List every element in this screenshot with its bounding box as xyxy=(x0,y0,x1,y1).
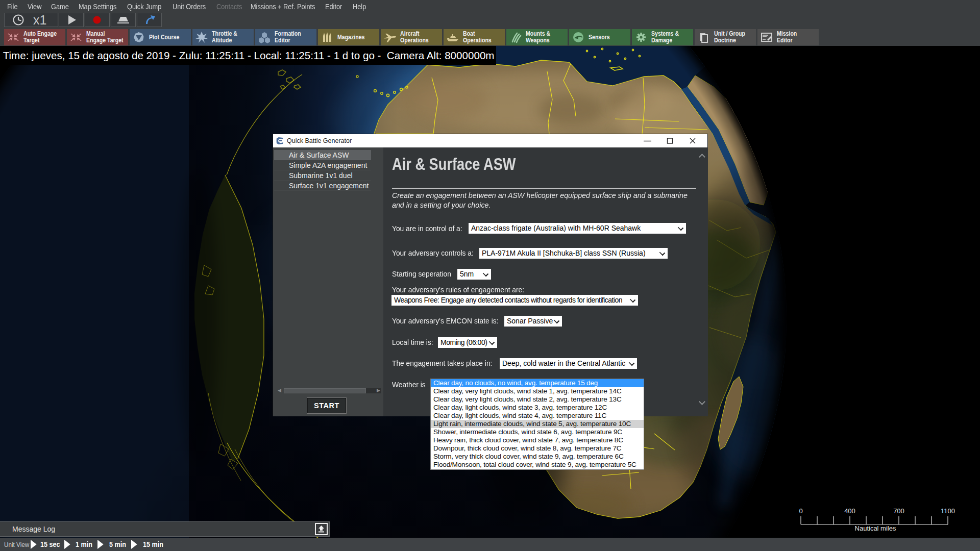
svg-text:1100: 1100 xyxy=(941,507,955,515)
svg-text:Nautical miles: Nautical miles xyxy=(855,524,896,532)
svg-text:x1: x1 xyxy=(33,13,46,27)
svg-text:0: 0 xyxy=(799,507,802,515)
svg-text:400: 400 xyxy=(844,507,855,515)
svg-text:700: 700 xyxy=(893,507,904,515)
